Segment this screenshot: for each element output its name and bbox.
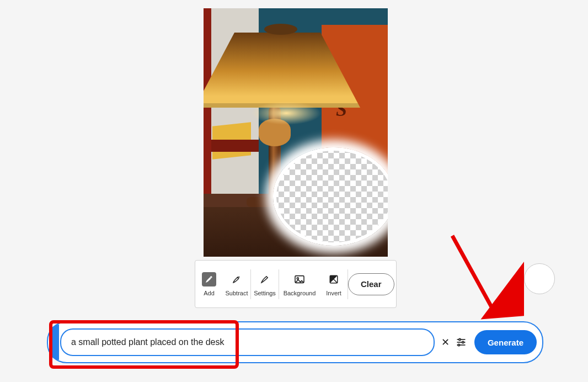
svg-point-8 <box>458 344 460 346</box>
generate-button[interactable]: Generate <box>474 330 537 354</box>
prompt-accent <box>49 325 59 360</box>
add-tool[interactable]: Add <box>195 261 223 307</box>
svg-line-9 <box>452 236 494 312</box>
brush-toolbar: Add Subtract Settings <box>195 260 397 308</box>
svg-point-4 <box>459 338 461 340</box>
background-tool[interactable]: Background <box>279 261 320 307</box>
clear-button[interactable]: Clear <box>348 273 394 295</box>
sliders-icon <box>456 337 467 348</box>
close-icon: ✕ <box>441 337 450 348</box>
arrow-annotation <box>436 231 524 331</box>
invert-icon <box>327 272 341 286</box>
floating-help-button[interactable] <box>524 263 555 294</box>
brush-plus-icon <box>202 272 216 286</box>
selection-mask <box>273 147 388 246</box>
svg-point-6 <box>462 341 464 343</box>
image-icon <box>292 272 307 286</box>
background-label: Background <box>284 290 316 296</box>
settings-label: Settings <box>254 290 276 296</box>
prompt-input[interactable] <box>60 328 435 356</box>
clear-prompt-button[interactable]: ✕ <box>438 335 453 350</box>
canvas-image[interactable]: S <box>204 8 388 257</box>
brush-icon <box>258 272 272 286</box>
prompt-bar: ✕ Generate <box>47 321 543 363</box>
brush-minus-icon <box>229 272 244 286</box>
settings-tool[interactable]: Settings <box>251 261 279 307</box>
subtract-tool[interactable]: Subtract <box>223 261 250 307</box>
invert-tool[interactable]: Invert <box>320 261 348 307</box>
add-label: Add <box>204 290 215 296</box>
invert-label: Invert <box>326 290 341 296</box>
prompt-settings-button[interactable] <box>453 333 470 352</box>
subtract-label: Subtract <box>226 290 248 296</box>
svg-point-1 <box>297 277 298 279</box>
